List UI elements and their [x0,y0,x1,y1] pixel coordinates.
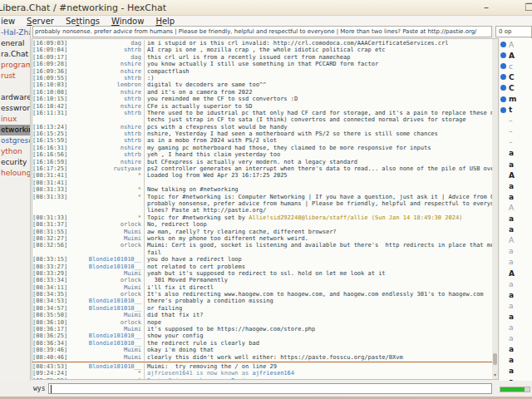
channel-tab-eneral[interactable]: eneral [0,38,30,49]
userlist-row[interactable]: C [500,71,532,82]
scrollbar-thumb[interactable] [493,353,497,365]
userlist-row[interactable]: m [500,93,532,104]
own-nick-button[interactable]: wys [33,385,45,392]
menu-server[interactable]: Server [22,17,61,26]
nick[interactable]: nshire [67,159,144,165]
menu-help[interactable]: Help [150,17,181,26]
userlist-row[interactable]: a [500,278,532,289]
nick[interactable]: shtrb [67,151,144,158]
menu-settings[interactable]: Settings [61,17,106,26]
nick[interactable]: shtrb [67,96,144,102]
nick[interactable]: shtrb [67,110,144,116]
chat-scrollbar[interactable]: ▾ [492,38,499,380]
nick[interactable]: shtrb [67,131,144,137]
userlist-row[interactable]: t [500,105,532,116]
nick[interactable]: nshire [67,61,144,67]
channel-tab-esswrong[interactable]: esswrong [0,103,30,114]
userlist-row[interactable]: a [500,214,532,224]
nick[interactable]: Muimi [67,284,144,291]
userlist-row[interactable]: A [500,235,532,246]
channel-tab-helounge[interactable]: helounge [0,168,30,179]
userlist-row[interactable]: a [500,355,532,366]
userlist-row[interactable]: a [500,366,532,377]
userlist-row[interactable]: A [500,202,532,213]
nick[interactable]: Blondie101010__ [67,256,144,263]
nick[interactable]: nshire [67,89,144,96]
minimize-button[interactable]: – [479,0,494,16]
nick[interactable]: nshire [67,145,144,151]
userlist-row[interactable]: A [500,50,532,61]
user-list[interactable]: AAcCCmt–––aaAaaAaaAaaAaaaaaaaaaa [500,38,532,382]
nick[interactable]: shtrb [67,137,144,144]
scroll-down-icon[interactable]: ▾ [492,371,498,379]
userlist-row[interactable]: a [500,159,532,170]
nick[interactable]: nshire [67,103,144,110]
userlist-row[interactable]: a [500,191,532,202]
channel-tab-ecurity[interactable]: ecurity [0,157,30,168]
userlist-row[interactable]: – [500,116,532,126]
userlist-row[interactable]: a [500,333,532,344]
nick[interactable]: orlock [67,319,144,326]
userlist-row[interactable]: a [500,344,532,355]
menu-window[interactable]: Window [106,17,150,26]
chat-line: [16:10:42]nshireCFe is actually superior… [32,103,492,110]
nick[interactable]: orlock [67,277,144,283]
nick[interactable]: Muimi [67,326,144,332]
topic-input[interactable]: probably nonsense, prefer advice from hu… [32,26,492,37]
nick[interactable]: Muimi [67,270,144,277]
nick[interactable]: nshire [67,124,144,131]
message-input[interactable] [48,383,492,394]
nick[interactable]: Blondie101010__ [67,305,144,312]
channel-tab-ardware[interactable]: ardware [0,92,30,103]
nick[interactable]: Muimi [67,235,144,242]
nick[interactable]: orlock [67,291,144,298]
userlist-row[interactable]: a [500,322,532,332]
channel-tab-ostgresq[interactable]: ostgresq [0,135,30,146]
userlist-row[interactable]: a [500,246,532,257]
nick[interactable]: Blondie101010__ [67,298,144,304]
nick[interactable]: lembron [67,81,144,88]
nick[interactable]: Muimi [67,229,144,235]
channel-tab-etworkin[interactable]: etworkin [0,125,30,135]
channel-tab-program[interactable]: program [0,60,30,71]
userlist-row[interactable]: – [500,137,532,148]
nick[interactable]: Muimi [67,312,144,318]
menu-iew[interactable]: iew [0,17,22,26]
userlist-row[interactable]: a [500,180,532,191]
userlist-row[interactable]: – [500,126,532,137]
userlist-row[interactable]: A [500,39,532,50]
nick[interactable]: orlock [67,242,144,249]
nick[interactable]: Blondie101010__ [67,332,144,339]
nick[interactable]: dag [67,40,144,47]
nick[interactable]: Blondie101010__ [67,264,144,270]
channel-tab-ython[interactable]: ython [0,146,30,157]
channel-tab-rust[interactable]: rust [0,71,30,81]
nick[interactable]: Blondie101010__ [67,363,144,370]
userlist-row[interactable]: a [500,257,532,268]
nick[interactable]: Muimi [67,347,144,353]
nick[interactable]: rustyaxe [67,165,144,172]
channel-tab-inux[interactable]: inux [0,114,30,125]
userlist-row[interactable]: a [500,289,532,300]
chat-log[interactable]: [16:09:03]dagim i stupid or is this crl … [32,38,492,380]
userlist-row[interactable]: a [500,224,532,235]
channel-tab-ra.Chat[interactable]: ra.Chat [0,49,30,60]
channel-tab--Hal-Zha[interactable]: -Hal-Zha [0,27,30,38]
userlist-row[interactable]: C [500,82,532,93]
userlist-row[interactable]: a [500,148,532,159]
userlist-row[interactable]: c [500,61,532,71]
nick[interactable]: dag [67,54,144,61]
userlist-row[interactable]: a [500,300,532,311]
userlist-row[interactable]: a [500,311,532,322]
nick[interactable]: Muimi [67,354,144,361]
nick[interactable]: nshire [67,68,144,75]
nick[interactable]: shtrb [67,47,144,53]
maximize-button[interactable]: ❐ [522,0,532,16]
nick[interactable]: Blondie101010__ [67,340,144,347]
userlist-row[interactable]: A [500,170,532,180]
nick[interactable]: orlock [67,221,144,228]
title-bar[interactable]: Libera.Chat / #networking - HexChat – ❐ [0,0,532,16]
userlist-row[interactable]: A [500,268,532,278]
nick[interactable]: shtrb [67,75,144,81]
timestamp: [16:16:59] [32,159,67,165]
